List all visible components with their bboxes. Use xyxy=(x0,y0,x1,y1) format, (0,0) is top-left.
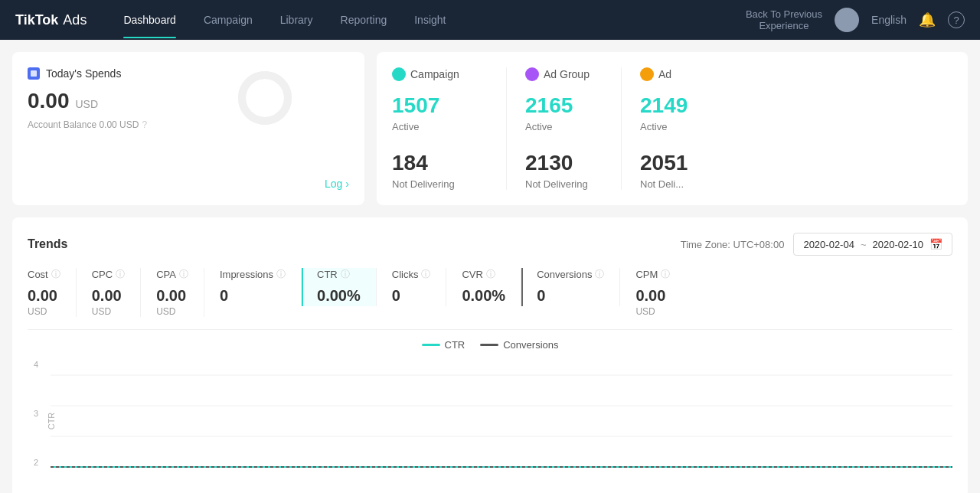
log-link[interactable]: Log › xyxy=(325,178,349,190)
date-end: 2020-02-10 xyxy=(873,239,924,250)
metric-conversions: Conversions ⓘ 0 xyxy=(521,268,620,306)
campaign-active-label: Active xyxy=(392,121,488,132)
metric-conversions-label: Conversions xyxy=(537,269,592,280)
metric-impressions-value: 0 xyxy=(220,287,286,305)
trends-title: Trends xyxy=(28,237,67,251)
conversions-help-icon[interactable]: ⓘ xyxy=(595,268,604,281)
date-start: 2020-02-04 xyxy=(803,239,854,250)
y-label-2: 2 xyxy=(34,458,44,467)
legend-ctr-label: CTR xyxy=(445,339,466,351)
metric-conversions-value: 0 xyxy=(537,287,604,305)
spends-title-text: Today's Spends xyxy=(46,67,121,80)
campaign-icon xyxy=(392,67,406,81)
adgroup-icon xyxy=(525,67,539,81)
cvr-help-icon[interactable]: ⓘ xyxy=(486,268,495,281)
spends-icon xyxy=(28,67,40,80)
balance-help-icon[interactable]: ? xyxy=(142,119,147,130)
clicks-help-icon[interactable]: ⓘ xyxy=(421,268,430,281)
metric-cost-value: 0.00 xyxy=(28,287,60,305)
metrics-row: Cost ⓘ 0.00 USD CPC ⓘ 0.00 USD CPA ⓘ xyxy=(28,268,952,330)
stat-ad-header: Ad xyxy=(640,67,718,81)
cpa-help-icon[interactable]: ⓘ xyxy=(179,268,188,281)
ctr-y-axis-label: CTR xyxy=(47,413,56,430)
campaign-inactive-label: Not Delivering xyxy=(392,178,488,190)
metric-cvr-value: 0.00% xyxy=(462,287,505,305)
brand-logo[interactable]: TikTok Ads xyxy=(15,12,87,28)
metric-ctr: CTR ⓘ 0.00% xyxy=(302,268,377,306)
chart-area: 4 3 2 CTR xyxy=(28,360,952,482)
spends-amount-value: 0.00 xyxy=(28,89,70,113)
metric-ctr-value: 0.00% xyxy=(317,287,361,305)
adgroup-label: Ad Group xyxy=(544,68,590,80)
y-label-3: 3 xyxy=(34,409,44,418)
stat-adgroup-header: Ad Group xyxy=(525,67,603,81)
nav-library[interactable]: Library xyxy=(266,2,327,38)
donut-chart xyxy=(234,67,296,129)
metric-cost-label: Cost xyxy=(28,269,48,280)
trends-controls: Time Zone: UTC+08:00 2020-02-04 ~ 2020-0… xyxy=(681,233,952,256)
cpc-help-icon[interactable]: ⓘ xyxy=(116,268,125,281)
metric-cpa: CPA ⓘ 0.00 USD xyxy=(141,268,204,317)
spends-balance-text: Account Balance 0.00 USD xyxy=(28,119,139,130)
notification-bell-icon[interactable]: 🔔 xyxy=(919,11,936,28)
language-selector[interactable]: English xyxy=(871,14,906,26)
brand-tiktok: TikTok xyxy=(15,12,58,28)
adgroup-inactive-label: Not Delivering xyxy=(525,178,603,190)
user-avatar[interactable] xyxy=(835,8,859,32)
legend-ctr: CTR xyxy=(422,339,466,351)
metric-cost-unit: USD xyxy=(28,306,60,317)
nav-dashboard[interactable]: Dashboard xyxy=(109,2,190,38)
metric-cvr: CVR ⓘ 0.00% xyxy=(446,268,521,306)
main-content: Today's Spends 0.00 USD Account Balance … xyxy=(0,40,980,493)
cards-row: Today's Spends 0.00 USD Account Balance … xyxy=(12,52,968,205)
campaign-label: Campaign xyxy=(410,68,459,80)
adgroup-active-value: 2165 xyxy=(525,93,603,118)
y-label-4: 4 xyxy=(34,360,44,369)
legend-conversions: Conversions xyxy=(480,339,558,351)
stats-card: Campaign 1507 Active 184 Not Delivering … xyxy=(377,52,968,205)
ctr-help-icon[interactable]: ⓘ xyxy=(341,268,350,281)
impressions-help-icon[interactable]: ⓘ xyxy=(276,268,286,281)
metric-impressions: Impressions ⓘ 0 xyxy=(204,268,302,306)
spends-currency: USD xyxy=(76,98,99,110)
date-separator: ~ xyxy=(861,239,867,250)
cpm-help-icon[interactable]: ⓘ xyxy=(661,268,670,281)
nav-campaign[interactable]: Campaign xyxy=(190,2,266,38)
log-arrow-icon: › xyxy=(345,178,349,190)
ad-inactive-label: Not Deli... xyxy=(640,178,718,190)
nav-insight[interactable]: Insight xyxy=(400,2,459,38)
campaign-active-value: 1507 xyxy=(392,93,488,118)
stat-ad: Ad 2149 Active 2051 Not Deli... xyxy=(622,67,737,190)
metric-cpc: CPC ⓘ 0.00 USD xyxy=(77,268,141,317)
metric-cpm-unit: USD xyxy=(635,306,670,317)
metric-ctr-label: CTR xyxy=(317,269,338,280)
adgroup-active-label: Active xyxy=(525,121,603,132)
back-to-previous[interactable]: Back To Previous Experience xyxy=(746,8,822,31)
nav-reporting[interactable]: Reporting xyxy=(327,2,401,38)
metric-cpc-unit: USD xyxy=(92,306,125,317)
metric-cpm: CPM ⓘ 0.00 USD xyxy=(620,268,685,317)
metric-cpa-value: 0.00 xyxy=(156,287,188,305)
trends-header: Trends Time Zone: UTC+08:00 2020-02-04 ~… xyxy=(28,233,952,256)
help-icon[interactable]: ? xyxy=(948,11,965,28)
spends-title: Today's Spends xyxy=(28,67,349,80)
metric-clicks-label: Clicks xyxy=(392,269,419,280)
timezone-label: Time Zone: UTC+08:00 xyxy=(681,239,785,250)
stat-campaign: Campaign 1507 Active 184 Not Delivering xyxy=(392,67,507,190)
cost-help-icon[interactable]: ⓘ xyxy=(51,268,60,281)
metric-cpa-unit: USD xyxy=(156,306,188,317)
stat-adgroup: Ad Group 2165 Active 2130 Not Delivering xyxy=(507,67,622,190)
ad-icon xyxy=(640,67,654,81)
chart-svg xyxy=(51,360,952,482)
nav-links: Dashboard Campaign Library Reporting Ins… xyxy=(109,2,745,38)
brand-ads: Ads xyxy=(63,12,87,28)
date-range-picker[interactable]: 2020-02-04 ~ 2020-02-10 📅 xyxy=(793,233,952,256)
adgroup-inactive-value: 2130 xyxy=(525,151,603,175)
navigation: TikTok Ads Dashboard Campaign Library Re… xyxy=(0,0,980,40)
stat-campaign-header: Campaign xyxy=(392,67,488,81)
nav-right: Back To Previous Experience English 🔔 ? xyxy=(746,8,965,32)
spends-card: Today's Spends 0.00 USD Account Balance … xyxy=(12,52,364,205)
chart-legend: CTR Conversions xyxy=(28,339,952,351)
metric-cpm-value: 0.00 xyxy=(635,287,670,305)
ad-label: Ad xyxy=(658,68,671,80)
